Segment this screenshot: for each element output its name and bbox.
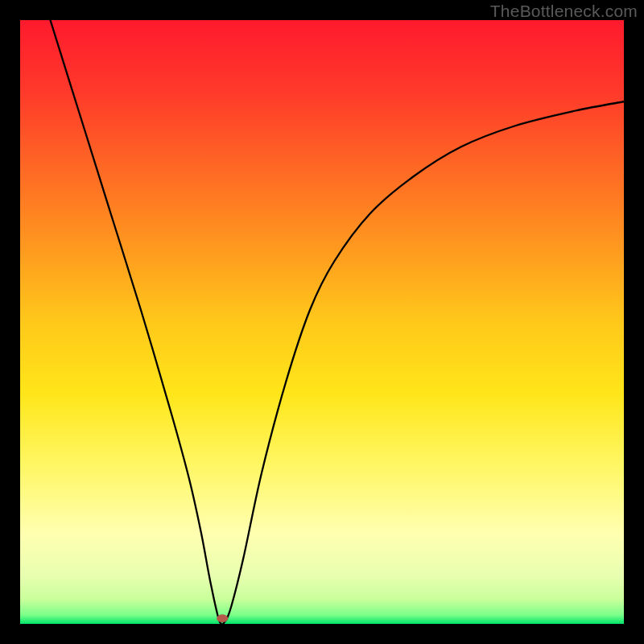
bottleneck-chart xyxy=(20,20,624,624)
optimal-point-marker xyxy=(217,614,228,622)
watermark-text: TheBottleneck.com xyxy=(490,2,638,21)
plot-background xyxy=(20,20,624,624)
chart-frame: TheBottleneck.com xyxy=(0,0,644,644)
